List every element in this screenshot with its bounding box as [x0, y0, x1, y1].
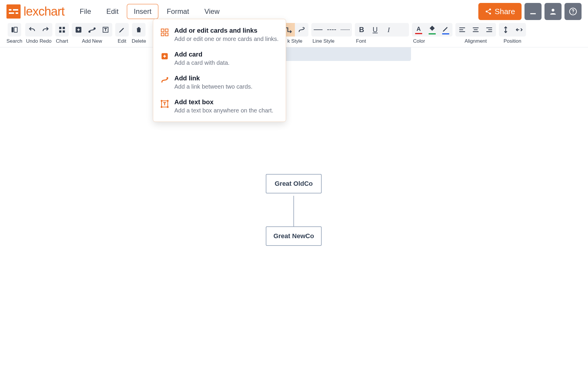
group-color: A Color: [412, 23, 452, 44]
font-label: Font: [355, 38, 366, 44]
logo-mark-icon: [6, 4, 21, 19]
arrows-vertical-icon: [502, 26, 510, 34]
svg-point-14: [94, 28, 95, 29]
add-card-button[interactable]: [72, 23, 85, 37]
menu-view[interactable]: View: [197, 4, 227, 19]
account-button[interactable]: [544, 3, 562, 20]
align-left-button[interactable]: [455, 23, 469, 37]
align-center-button[interactable]: [469, 23, 482, 37]
svg-point-5: [573, 13, 574, 14]
position-vert-button[interactable]: [499, 23, 512, 37]
redo-icon: [42, 26, 49, 34]
search-label: Search: [6, 38, 22, 44]
menu-file[interactable]: File: [73, 4, 98, 19]
line-dot-button[interactable]: [338, 23, 352, 37]
search-button[interactable]: [8, 23, 21, 37]
underline-button[interactable]: U: [368, 23, 382, 37]
text-size-button[interactable]: [395, 23, 409, 37]
share-icon: [485, 8, 492, 15]
line-dash-icon: [327, 29, 336, 30]
svg-rect-17: [165, 29, 168, 32]
group-line-style: Line Style: [311, 23, 352, 44]
grid-icon: [58, 26, 66, 34]
svg-point-23: [161, 100, 162, 102]
svg-point-26: [167, 107, 168, 108]
dd-add-card[interactable]: Add card Add a card with data.: [153, 47, 286, 70]
redo-button[interactable]: [39, 23, 52, 37]
menu-insert[interactable]: Insert: [127, 4, 158, 19]
add-link-button[interactable]: [85, 23, 99, 37]
delete-label: Delete: [132, 38, 146, 44]
edit-button[interactable]: [115, 23, 129, 37]
text-color-icon: A: [415, 26, 422, 34]
bold-icon: B: [359, 26, 364, 34]
cards-links-icon: [160, 28, 169, 37]
add-new-label: Add New: [82, 38, 102, 44]
line-solid-button[interactable]: [311, 23, 325, 37]
menu-format[interactable]: Format: [160, 4, 196, 19]
dd-title-1: Add card: [174, 51, 230, 58]
dd-add-link[interactable]: Add link Add a link between two cards.: [153, 70, 286, 94]
dd-add-edit-cards-links[interactable]: Add or edit cards and links Add or edit …: [153, 23, 286, 47]
edit-label: Edit: [118, 38, 126, 44]
add-card-icon: [160, 52, 169, 61]
help-icon: [569, 7, 577, 16]
share-button[interactable]: Share: [478, 3, 522, 20]
svg-point-2: [489, 13, 491, 14]
svg-rect-10: [59, 30, 61, 33]
line-dash-button[interactable]: [325, 23, 338, 37]
dd-title-3: Add text box: [174, 98, 273, 106]
svg-point-0: [489, 9, 491, 10]
pencil-icon: [118, 26, 126, 34]
bold-button[interactable]: B: [355, 23, 368, 37]
align-center-icon: [472, 26, 480, 34]
logo-text: lexchart: [24, 4, 64, 19]
user-icon: [549, 7, 557, 16]
link-style-curve-button[interactable]: [295, 23, 308, 37]
plus-square-icon: [75, 26, 82, 34]
line-style-label: Line Style: [311, 38, 335, 44]
group-alignment: Alignment: [455, 23, 496, 44]
trash-icon: [135, 26, 143, 34]
svg-rect-11: [63, 30, 65, 33]
svg-rect-19: [165, 33, 168, 36]
italic-button[interactable]: I: [382, 23, 395, 37]
connector-line[interactable]: [293, 196, 294, 226]
card-great-newco[interactable]: Great NewCo: [266, 226, 322, 246]
add-textbox-button[interactable]: [99, 23, 112, 37]
dd-add-text-box[interactable]: Add text box Add a text box anywhere on …: [153, 94, 286, 118]
align-right-button[interactable]: [482, 23, 496, 37]
text-color-button[interactable]: A: [412, 23, 425, 37]
border-color-button[interactable]: [439, 23, 452, 37]
group-add-new: Add New: [72, 23, 112, 44]
logo[interactable]: lexchart: [6, 4, 64, 19]
align-left-icon: [458, 26, 466, 34]
textbox-icon: [102, 26, 109, 34]
group-font: B U I Font: [355, 23, 409, 44]
download-icon: [529, 7, 537, 16]
menubar: lexchart File Edit Insert Format View Sh…: [0, 0, 588, 23]
svg-rect-16: [161, 29, 164, 32]
curve-connector-icon: [298, 26, 305, 34]
help-button[interactable]: [564, 3, 582, 20]
chart-button[interactable]: [55, 23, 69, 37]
delete-button[interactable]: [132, 23, 146, 37]
group-chart: Chart: [55, 23, 69, 44]
svg-point-13: [89, 31, 90, 32]
menu-edit[interactable]: Edit: [99, 4, 126, 19]
position-horiz-button[interactable]: [512, 23, 526, 37]
insert-dropdown: Add or edit cards and links Add or edit …: [153, 19, 286, 122]
position-label: Position: [504, 38, 521, 44]
canvas[interactable]: ion to Lexchart Great OldCo Great NewCo: [0, 47, 588, 364]
card-great-oldco[interactable]: Great OldCo: [266, 174, 322, 193]
undo-icon: [28, 26, 36, 34]
dd-desc-3: Add a text box anywhere on the chart.: [174, 107, 273, 114]
chart-label: Chart: [56, 38, 68, 44]
header-actions: Share: [478, 3, 582, 20]
download-button[interactable]: [524, 3, 542, 20]
svg-point-1: [486, 11, 487, 12]
share-label: Share: [495, 7, 515, 16]
undo-button[interactable]: [25, 23, 39, 37]
text-size-icon: [398, 26, 406, 34]
fill-color-button[interactable]: [425, 23, 439, 37]
